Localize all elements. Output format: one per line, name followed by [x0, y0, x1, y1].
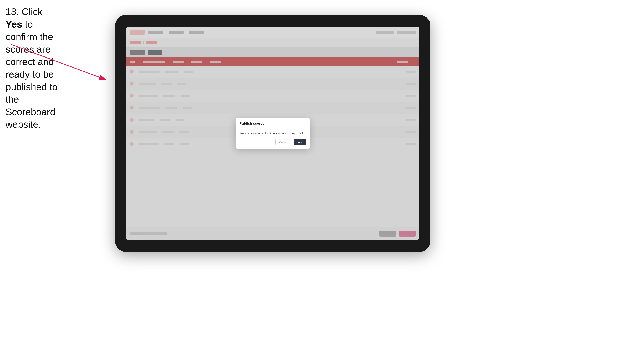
bold-yes: Yes [6, 19, 22, 30]
modal-footer: Cancel Yes [236, 139, 310, 149]
instruction-text: 18. Click Yes to confirm the scores are … [6, 5, 59, 131]
step-number: 18. [6, 6, 19, 17]
cancel-button[interactable]: Cancel [275, 139, 291, 145]
modal-body: Are you ready to publish these scores to… [236, 128, 310, 139]
text-after-bold: to confirm the scores are correct and re… [6, 19, 58, 130]
modal-close-button[interactable]: × [302, 122, 306, 126]
modal-header: Publish scores × [236, 118, 310, 128]
tablet-device: Publish scores × Are you ready to publis… [115, 15, 430, 252]
text-before-bold: Click [22, 6, 43, 17]
publish-scores-modal: Publish scores × Are you ready to publis… [236, 118, 310, 149]
yes-button[interactable]: Yes [294, 139, 306, 145]
modal-title: Publish scores [239, 122, 264, 126]
modal-overlay: Publish scores × Are you ready to publis… [126, 27, 419, 240]
tablet-screen: Publish scores × Are you ready to publis… [126, 27, 419, 240]
